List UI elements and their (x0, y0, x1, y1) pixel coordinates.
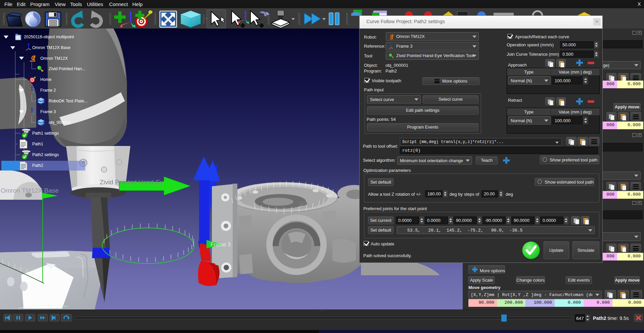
svg-text:Omron TM12X Base: Omron TM12X Base (1, 187, 59, 194)
svg-text:Zivid Pointed Hand-Ey: Zivid Pointed Hand-Ey (100, 179, 164, 186)
svg-text:Path2 time: 9.5s: Path2 time: 9.5s (593, 316, 629, 321)
svg-text:Frame 3: Frame 3 (211, 242, 231, 247)
svg-text:647: 647 (576, 316, 584, 321)
